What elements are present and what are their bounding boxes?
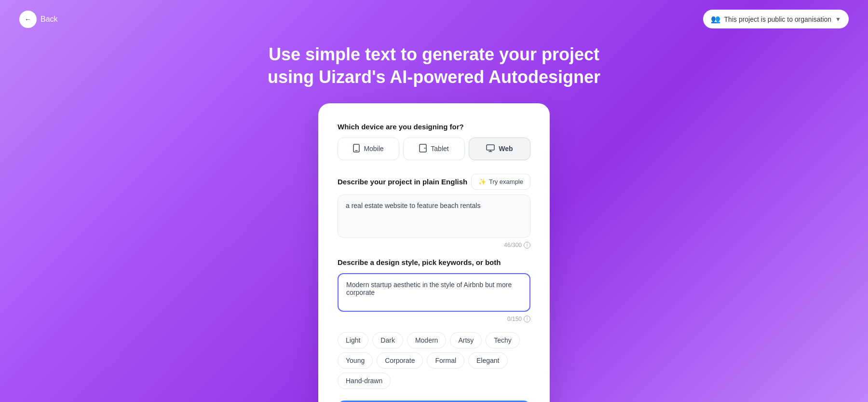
hero-title-line1: Use simple text to generate your project [269, 44, 599, 64]
monitor-icon [486, 144, 495, 153]
project-description-section: Describe your project in plain English ✨… [338, 174, 530, 249]
design-info-icon[interactable]: i [524, 316, 530, 322]
wand-icon: ✨ [478, 178, 486, 185]
device-web-label: Web [499, 145, 513, 152]
people-icon: 👥 [711, 14, 720, 24]
describe-header: Describe your project in plain English ✨… [338, 174, 530, 190]
mobile-icon [353, 144, 360, 154]
keyword-artsy[interactable]: Artsy [450, 332, 482, 348]
keyword-young[interactable]: Young [338, 352, 373, 369]
keyword-formal[interactable]: Formal [427, 352, 464, 369]
device-tablet-button[interactable]: Tablet [403, 138, 465, 160]
hero-heading: Use simple text to generate your project… [268, 43, 600, 89]
top-bar: ← Back 👥 This project is public to organ… [0, 0, 868, 38]
keyword-elegant[interactable]: Elegant [468, 352, 507, 369]
back-label: Back [41, 15, 58, 24]
keyword-light[interactable]: Light [338, 332, 368, 348]
device-selector: Mobile Tablet Web [338, 138, 530, 160]
design-style-label: Describe a design style, pick keywords, … [338, 258, 530, 266]
design-style-input[interactable]: Modern startup aesthetic in the style of… [338, 273, 530, 312]
visibility-label: This project is public to organisation [724, 15, 832, 23]
main-card: Which device are you designing for? Mobi… [318, 103, 550, 402]
design-char-count: 0/150 i [338, 316, 530, 322]
back-button[interactable]: ← Back [19, 11, 58, 28]
project-char-count: 46/300 i [338, 242, 530, 249]
keyword-techy[interactable]: Techy [486, 332, 520, 348]
project-description-label: Describe your project in plain English [338, 178, 467, 186]
info-icon[interactable]: i [524, 242, 530, 249]
device-mobile-label: Mobile [364, 145, 383, 152]
tablet-icon [419, 144, 427, 154]
try-example-label: Try example [489, 178, 523, 185]
chevron-down-icon: ▼ [835, 16, 841, 23]
try-example-button[interactable]: ✨ Try example [471, 174, 530, 190]
device-web-button[interactable]: Web [469, 138, 530, 160]
generate-button[interactable]: Generate my project Beta [338, 401, 530, 402]
device-section-label: Which device are you designing for? [338, 123, 530, 131]
project-description-input[interactable]: a real estate website to feature beach r… [338, 194, 530, 238]
device-tablet-label: Tablet [431, 145, 448, 152]
device-mobile-button[interactable]: Mobile [338, 138, 399, 160]
keywords-row: Light Dark Modern Artsy Techy Young Corp… [338, 332, 530, 389]
back-arrow-icon: ← [19, 11, 37, 28]
keyword-corporate[interactable]: Corporate [377, 352, 423, 369]
hero-title-line2: using Uizard's AI-powered Autodesigner [268, 67, 600, 87]
keyword-dark[interactable]: Dark [372, 332, 403, 348]
keyword-hand-drawn[interactable]: Hand-drawn [338, 373, 391, 389]
visibility-button[interactable]: 👥 This project is public to organisation… [703, 10, 849, 28]
svg-rect-4 [487, 145, 494, 150]
design-style-section: Describe a design style, pick keywords, … [338, 258, 530, 322]
keyword-modern[interactable]: Modern [407, 332, 446, 348]
